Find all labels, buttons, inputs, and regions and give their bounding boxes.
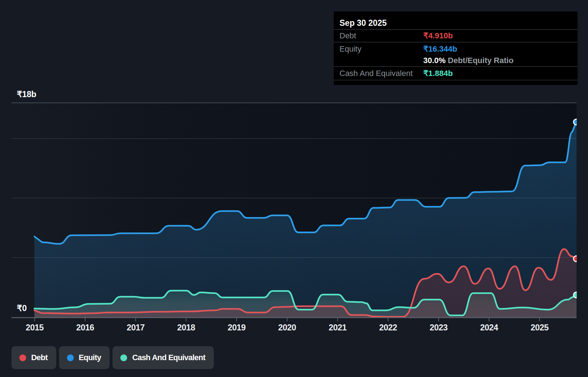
- svg-text:2024: 2024: [480, 323, 498, 332]
- svg-text:2016: 2016: [76, 323, 95, 332]
- svg-text:2019: 2019: [228, 323, 246, 332]
- svg-text:₹18b: ₹18b: [17, 90, 36, 99]
- svg-text:2017: 2017: [127, 323, 145, 332]
- svg-text:₹0: ₹0: [17, 304, 27, 313]
- svg-text:2022: 2022: [379, 323, 397, 332]
- svg-text:2018: 2018: [177, 323, 196, 332]
- svg-text:2023: 2023: [430, 323, 448, 332]
- svg-text:2025: 2025: [531, 323, 549, 332]
- svg-text:2021: 2021: [329, 323, 347, 332]
- svg-text:2020: 2020: [278, 323, 297, 332]
- svg-text:2015: 2015: [26, 323, 44, 332]
